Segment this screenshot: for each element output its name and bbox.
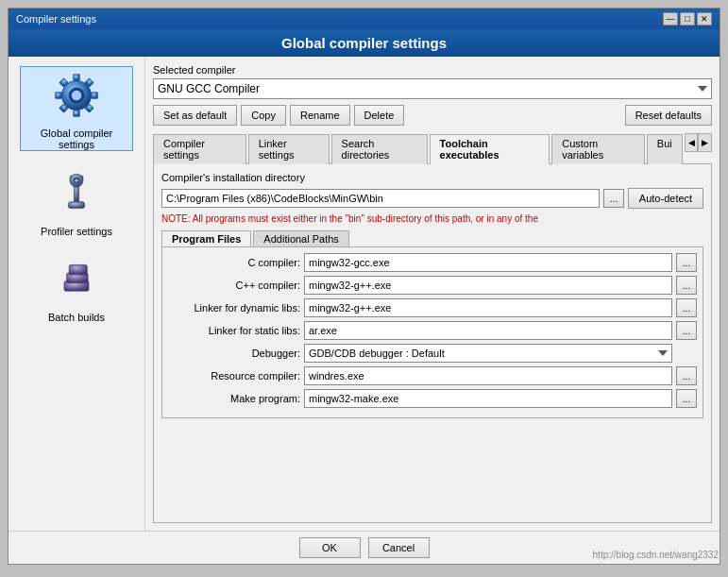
debugger-label: Debugger:	[168, 348, 300, 359]
tab-custom-variables[interactable]: Custom variables	[551, 134, 645, 164]
linker-dynamic-input[interactable]	[304, 298, 672, 317]
install-dir-browse-button[interactable]: ...	[603, 189, 624, 208]
window-body: Global compilersettings	[8, 57, 720, 531]
linker-dynamic-browse[interactable]: ...	[676, 298, 697, 317]
install-dir-input[interactable]	[161, 189, 600, 208]
sidebar-item-global-compiler[interactable]: Global compilersettings	[20, 66, 133, 151]
rename-button[interactable]: Rename	[290, 105, 350, 126]
sub-tab-additional-paths[interactable]: Additional Paths	[253, 230, 349, 246]
cancel-button[interactable]: Cancel	[368, 537, 430, 558]
reset-defaults-button[interactable]: Reset defaults	[625, 105, 712, 126]
cpp-compiler-row: C++ compiler: ...	[168, 276, 697, 295]
resource-compiler-label: Resource compiler:	[168, 370, 300, 382]
svg-point-10	[72, 91, 81, 100]
c-compiler-input[interactable]	[304, 253, 672, 272]
sidebar-item-global-label: Global compilersettings	[41, 127, 112, 150]
watermark: http://blog.csdn.net/wang2332	[593, 550, 719, 560]
tab-linker-settings[interactable]: Linker settings	[248, 134, 330, 164]
resource-compiler-row: Resource compiler: ...	[168, 366, 697, 385]
c-compiler-browse[interactable]: ...	[676, 253, 697, 272]
set-default-button[interactable]: Set as default	[153, 105, 237, 126]
ok-button[interactable]: OK	[299, 537, 361, 558]
linker-static-label: Linker for static libs:	[168, 325, 300, 336]
make-program-label: Make program:	[168, 393, 300, 404]
sidebar: Global compilersettings	[8, 57, 145, 531]
make-program-input[interactable]	[304, 389, 672, 408]
compiler-select[interactable]: GNU GCC Compiler	[153, 78, 712, 99]
svg-rect-0	[74, 74, 80, 80]
tab-bui[interactable]: Bui	[647, 134, 683, 164]
auto-detect-button[interactable]: Auto-detect	[628, 188, 703, 209]
title-bar: Compiler settings — □ ✕	[8, 8, 720, 29]
svg-rect-13	[68, 202, 84, 209]
linker-static-input[interactable]	[304, 321, 672, 340]
sub-tabs: Program Files Additional Paths	[161, 230, 703, 246]
minimize-button[interactable]: —	[663, 12, 678, 25]
sidebar-item-profiler-label: Profiler settings	[41, 226, 112, 237]
linker-static-browse[interactable]: ...	[676, 321, 697, 340]
main-content: Selected compiler GNU GCC Compiler Set a…	[145, 57, 720, 531]
svg-rect-3	[92, 93, 98, 99]
compiler-select-row: GNU GCC Compiler	[153, 78, 712, 99]
profiler-icon	[48, 165, 105, 222]
c-compiler-row: C compiler: ...	[168, 253, 697, 272]
tab-nav-right[interactable]: ▶	[698, 133, 712, 152]
svg-rect-19	[69, 264, 87, 274]
selected-compiler-label: Selected compiler	[153, 64, 712, 76]
compiler-settings-window: Compiler settings — □ ✕ Global compiler …	[8, 8, 720, 565]
install-dir-row: ... Auto-detect	[161, 188, 703, 209]
sidebar-item-profiler[interactable]: Profiler settings	[20, 165, 133, 237]
debugger-select[interactable]: GDB/CDB debugger : Default	[304, 344, 672, 363]
resource-compiler-browse[interactable]: ...	[676, 366, 697, 385]
note-text: NOTE: All programs must exist either in …	[161, 212, 703, 225]
gear-icon	[48, 67, 105, 124]
sidebar-item-batch-label: Batch builds	[48, 312, 105, 323]
delete-button[interactable]: Delete	[354, 105, 405, 126]
button-row: Set as default Copy Rename Delete Reset …	[153, 105, 712, 126]
window-header: Global compiler settings	[8, 29, 720, 57]
svg-point-16	[75, 178, 77, 181]
sidebar-item-batch[interactable]: Batch builds	[20, 251, 133, 323]
sub-tab-program-files[interactable]: Program Files	[161, 230, 251, 246]
linker-dynamic-label: Linker for dynamic libs:	[168, 302, 300, 314]
resource-compiler-input[interactable]	[304, 366, 672, 385]
maximize-button[interactable]: □	[680, 12, 695, 25]
tab-search-directories[interactable]: Search directories	[331, 134, 428, 164]
batch-icon	[48, 251, 105, 308]
debugger-row: Debugger: GDB/CDB debugger : Default	[168, 344, 697, 363]
window-title: Compiler settings	[16, 13, 96, 25]
svg-rect-1	[74, 110, 80, 117]
main-tabs: Compiler settings Linker settings Search…	[153, 133, 712, 164]
title-bar-controls: — □ ✕	[663, 12, 712, 25]
cpp-compiler-input[interactable]	[304, 276, 672, 295]
linker-static-row: Linker for static libs: ...	[168, 321, 697, 340]
cpp-compiler-label: C++ compiler:	[168, 280, 300, 291]
svg-rect-2	[55, 93, 61, 99]
header-title: Global compiler settings	[281, 35, 447, 51]
tab-nav-left[interactable]: ◀	[685, 133, 699, 152]
c-compiler-label: C compiler:	[168, 257, 300, 268]
make-program-browse[interactable]: ...	[676, 389, 697, 408]
linker-dynamic-row: Linker for dynamic libs: ...	[168, 298, 697, 317]
tab-compiler-settings[interactable]: Compiler settings	[153, 134, 246, 164]
copy-button[interactable]: Copy	[241, 105, 286, 126]
make-program-row: Make program: ...	[168, 389, 697, 408]
cpp-compiler-browse[interactable]: ...	[676, 276, 697, 295]
tab-content: Compiler's installation directory ... Au…	[153, 164, 712, 523]
tab-toolchain-executables[interactable]: Toolchain executables	[430, 134, 550, 164]
close-button[interactable]: ✕	[697, 12, 712, 25]
install-dir-label: Compiler's installation directory	[161, 172, 703, 183]
program-fields-content: C compiler: ... C++ compiler: ... Linker…	[161, 246, 703, 418]
